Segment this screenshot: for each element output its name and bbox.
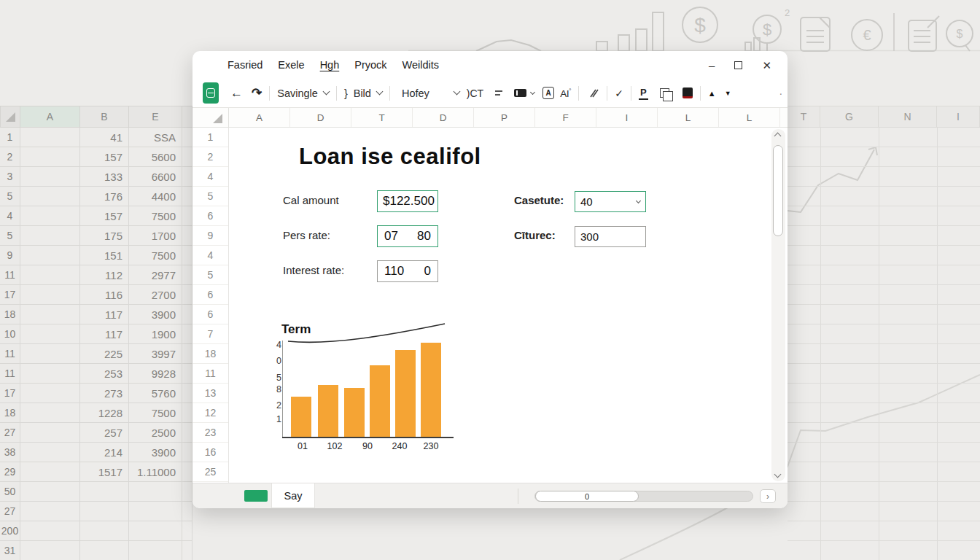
row-header[interactable]: 5 bbox=[192, 265, 228, 285]
scroll-down-icon[interactable] bbox=[774, 471, 782, 478]
align-icon[interactable] bbox=[495, 90, 502, 96]
maximize-button[interactable] bbox=[734, 61, 742, 69]
undo-arrow-icon[interactable]: ← bbox=[230, 86, 243, 101]
font-size-dropdown[interactable]: }Bild bbox=[344, 88, 382, 99]
sheet-tab-say[interactable]: Say bbox=[271, 483, 315, 508]
brush-icon[interactable] bbox=[588, 88, 599, 99]
bg-cell-e: 2500 bbox=[129, 423, 182, 443]
dark-fill-icon[interactable] bbox=[682, 88, 693, 98]
casetute-dropdown[interactable]: 40 bbox=[575, 191, 646, 212]
redo-arrow-icon[interactable]: ↷ bbox=[252, 85, 262, 101]
bg-row-number: 4 bbox=[0, 206, 20, 226]
scroll-up-icon[interactable] bbox=[774, 133, 782, 140]
table-row: 1812287500 bbox=[0, 403, 192, 423]
column-header-f[interactable]: F bbox=[535, 108, 596, 127]
horizontal-scroll-thumb[interactable]: 0 bbox=[535, 491, 639, 502]
dollar-glyph: $ bbox=[694, 14, 706, 36]
sheet-color-indicator bbox=[244, 490, 268, 502]
bg-cell-e: 1900 bbox=[129, 324, 182, 344]
minimize-button[interactable]: – bbox=[709, 60, 715, 71]
column-header-l[interactable]: L bbox=[719, 108, 780, 127]
column-header-p[interactable]: P bbox=[474, 108, 535, 127]
interest-rate-field[interactable]: 110 0 bbox=[377, 260, 438, 282]
column-header-l[interactable]: L bbox=[658, 108, 719, 127]
copy-sheets-icon[interactable] bbox=[660, 88, 669, 98]
select-all-corner[interactable] bbox=[192, 108, 229, 127]
style-dropdown[interactable]: Hofey bbox=[402, 88, 429, 99]
bg-cell-filler bbox=[182, 521, 192, 541]
sort-asc-icon[interactable]: ▲ bbox=[708, 89, 716, 98]
row-header[interactable]: 23 bbox=[192, 423, 228, 443]
table-row: 27 bbox=[0, 502, 192, 521]
bg-row-number: 11 bbox=[0, 344, 20, 364]
vertical-scroll-thumb[interactable] bbox=[773, 145, 783, 236]
chevron-down-icon[interactable] bbox=[453, 88, 460, 96]
column-header-i[interactable]: I bbox=[596, 108, 658, 127]
row-header[interactable]: 16 bbox=[192, 443, 228, 462]
bg-cell-e: 7500 bbox=[129, 206, 182, 226]
row-header[interactable]: 1 bbox=[192, 128, 228, 147]
font-family-dropdown[interactable]: Savingle bbox=[277, 88, 329, 99]
loan-term-chart[interactable]: Term 0110290240230 405821 bbox=[273, 322, 462, 461]
column-header-a[interactable]: A bbox=[229, 108, 290, 127]
row-header[interactable]: 4 bbox=[192, 246, 228, 265]
bg-cell-filler bbox=[182, 482, 192, 502]
menu-item-pryock[interactable]: Pryock bbox=[354, 59, 386, 71]
menu-item-weildits[interactable]: Weildits bbox=[402, 59, 440, 71]
cal-amount-field[interactable]: $122.500 bbox=[377, 190, 438, 212]
citurec-field[interactable]: 300 bbox=[575, 226, 646, 247]
fill-color-icon[interactable] bbox=[514, 89, 526, 97]
row-header[interactable]: 25 bbox=[192, 462, 228, 482]
menu-item-hgh[interactable]: Hgh bbox=[320, 59, 340, 71]
row-header[interactable]: 7 bbox=[192, 324, 228, 344]
overflow-dot: · bbox=[779, 88, 783, 99]
row-header[interactable]: 2 bbox=[192, 147, 228, 167]
chart-bar bbox=[421, 343, 441, 437]
column-header-d[interactable]: D bbox=[290, 108, 351, 127]
row-header[interactable]: 6 bbox=[192, 305, 228, 324]
x-tick-label: 01 bbox=[298, 441, 308, 451]
table-row: 51764400 bbox=[0, 187, 192, 206]
checkmark-icon[interactable]: ✓ bbox=[615, 88, 623, 99]
row-header[interactable]: 6 bbox=[192, 206, 228, 226]
sort-desc-icon[interactable]: ▼ bbox=[725, 90, 731, 97]
menu-item-fasried[interactable]: Fasried bbox=[228, 59, 262, 71]
scroll-right-icon[interactable]: › bbox=[760, 489, 776, 503]
horizontal-scrollbar[interactable]: 0 bbox=[534, 491, 753, 502]
format-label[interactable]: )CT bbox=[467, 88, 483, 99]
row-header[interactable]: 4 bbox=[192, 167, 228, 187]
cal-amount-label: Cal amount bbox=[283, 194, 339, 206]
bg-row-number: 18 bbox=[0, 403, 20, 423]
bg-cell-e: 7500 bbox=[129, 246, 182, 265]
row-header[interactable]: 6 bbox=[192, 285, 228, 305]
ai-format-label[interactable]: Al° bbox=[560, 88, 571, 99]
row-header[interactable]: 5 bbox=[192, 187, 228, 206]
bg-cell-a bbox=[20, 128, 80, 147]
row-header[interactable]: 12 bbox=[192, 403, 228, 423]
close-button[interactable]: ✕ bbox=[762, 60, 771, 71]
row-header[interactable]: 13 bbox=[192, 384, 228, 403]
row-header[interactable]: 9 bbox=[192, 226, 228, 246]
row-headers: 1245694566718111312231625 bbox=[192, 128, 229, 483]
chevron-down-icon[interactable] bbox=[530, 90, 535, 95]
row-header[interactable]: 11 bbox=[192, 364, 228, 384]
menu-item-exele[interactable]: Exele bbox=[278, 59, 304, 71]
column-header-d[interactable]: D bbox=[413, 108, 474, 127]
font-color-icon[interactable]: A bbox=[542, 87, 554, 99]
y-tick-label: 0 bbox=[273, 356, 281, 366]
bg-cell-filler bbox=[182, 324, 192, 344]
row-header[interactable]: 18 bbox=[192, 344, 228, 364]
bg-cell-filler bbox=[182, 187, 192, 206]
bg-cell-a bbox=[20, 305, 80, 324]
bg-cell-a bbox=[20, 206, 80, 226]
bg-cell-filler bbox=[182, 167, 192, 187]
bg-cell-a bbox=[20, 285, 80, 305]
table-row: 112539928 bbox=[0, 364, 192, 384]
pers-rate-field[interactable]: 07 80 bbox=[377, 225, 438, 247]
column-header-t[interactable]: T bbox=[351, 108, 413, 127]
paste-format-icon[interactable]: P bbox=[639, 87, 648, 100]
vertical-scrollbar[interactable] bbox=[771, 129, 785, 481]
interest-rate-label: Interest rate: bbox=[283, 264, 344, 276]
bg-row-number: 27 bbox=[0, 423, 20, 443]
bg-cell-filler bbox=[182, 206, 192, 226]
